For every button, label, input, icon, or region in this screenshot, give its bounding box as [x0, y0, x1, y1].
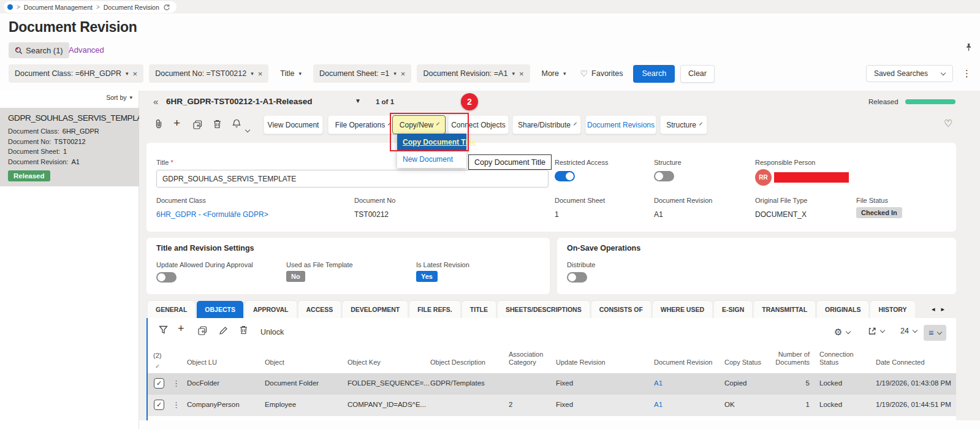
chevron-down-icon[interactable]: ▼ — [355, 97, 361, 104]
search-button[interactable]: Search — [633, 65, 675, 83]
add-icon[interactable]: + — [173, 116, 180, 130]
tab-title[interactable]: TITLE — [462, 301, 496, 318]
unlock-button[interactable]: Unlock — [260, 328, 284, 336]
col-copy-status[interactable]: Copy Status — [724, 359, 761, 366]
structure-toggle[interactable] — [654, 171, 674, 181]
grid-copy-icon[interactable] — [198, 326, 207, 335]
chevron-down-icon[interactable]: ▾ — [298, 70, 302, 77]
document-class-value[interactable]: 6HR_GDPR - <Formuláře GDPR> — [156, 210, 268, 219]
chevron-down-icon[interactable]: ▾ — [251, 70, 254, 77]
col-object[interactable]: Object — [265, 359, 284, 366]
collapse-sidebar-icon[interactable]: « — [153, 96, 158, 107]
filter-chip-title[interactable]: Title ▾ — [274, 64, 308, 83]
view-document-button[interactable]: View Document — [264, 115, 323, 134]
close-icon[interactable]: × — [401, 69, 406, 78]
col-object-key[interactable]: Object Key — [348, 359, 381, 366]
table-row[interactable]: ✓ ⋮ DocFolder Document Folder FOLDER_SEQ… — [148, 373, 956, 395]
col-document-revision[interactable]: Document Revision — [654, 359, 712, 366]
view-mode-selector[interactable]: ≡ — [924, 325, 946, 341]
tab-history[interactable]: HISTORY — [870, 301, 914, 318]
restricted-access-toggle[interactable] — [555, 171, 575, 181]
filter-chip-document-sheet[interactable]: Document Sheet: =1 ▾ × — [313, 64, 411, 83]
update-allowed-toggle[interactable] — [156, 272, 177, 283]
col-update-revision[interactable]: Update Revision — [556, 359, 606, 366]
favorites-button[interactable]: ♡ Favorites — [580, 69, 623, 78]
refresh-icon[interactable] — [163, 4, 170, 11]
tab-general[interactable]: GENERAL — [148, 301, 195, 318]
tab-access[interactable]: ACCESS — [298, 301, 341, 318]
menu-item-copy-document-title[interactable]: Copy Document Title — [397, 134, 466, 151]
tab-approval[interactable]: APPROVAL — [245, 301, 297, 318]
clear-button[interactable]: Clear — [680, 65, 715, 83]
filter-chip-document-no[interactable]: Document No: =TST00212 ▾ × — [149, 64, 268, 83]
col-number-of-documents[interactable]: Number of Documents — [763, 351, 810, 366]
breadcrumb-item-document-management[interactable]: Document Management — [24, 4, 93, 11]
grid-edit-pencil-icon[interactable] — [219, 326, 228, 335]
tab-scroll-arrows[interactable]: ◂▸ — [932, 305, 951, 313]
tab-development[interactable]: DEVELOPMENT — [343, 301, 408, 318]
tab-file-refs[interactable]: FILE REFS. — [409, 301, 460, 318]
grid-delete-icon[interactable] — [240, 325, 248, 335]
filter-chip-document-revision[interactable]: Document Revision: =A1 ▾ × — [417, 64, 530, 83]
avatar[interactable]: RR — [755, 169, 772, 186]
tab-transmittal[interactable]: TRANSMITTAL — [754, 301, 815, 318]
chevron-down-icon[interactable]: ▾ — [126, 70, 129, 77]
tab-originals[interactable]: ORIGINALS — [817, 301, 868, 318]
close-icon[interactable]: × — [258, 69, 263, 78]
col-date-connected[interactable]: Date Connected — [876, 359, 925, 366]
row-checkbox[interactable]: ✓ — [154, 400, 164, 410]
row-checkbox[interactable]: ✓ — [154, 378, 164, 389]
tab-advanced[interactable]: Advanced — [69, 45, 104, 55]
favorite-record-heart-icon[interactable]: ♡ — [944, 118, 952, 129]
title-input[interactable] — [156, 170, 549, 188]
result-field: Document Class:6HR_GDPR — [8, 126, 131, 137]
distribute-toggle[interactable] — [567, 272, 587, 283]
pin-icon[interactable] — [965, 43, 973, 51]
row-menu-kebab-icon[interactable]: ⋮ — [172, 379, 180, 388]
breadcrumb-item-document-revision[interactable]: Document Revision — [104, 4, 159, 11]
col-connection-status[interactable]: Connection Status — [819, 351, 864, 366]
close-icon[interactable]: × — [519, 69, 524, 78]
close-icon[interactable]: × — [133, 69, 138, 78]
share-distribute-button[interactable]: Share/Distribute — [512, 115, 581, 134]
chevron-down-icon[interactable]: ▾ — [512, 70, 515, 77]
copy-new-button[interactable]: Copy/New — [392, 115, 446, 134]
grid-settings-control[interactable]: ⚙ — [834, 327, 850, 338]
grid-export-control[interactable] — [868, 327, 884, 335]
cell-document-revision[interactable]: A1 — [654, 379, 663, 387]
page-size-selector[interactable]: 24 — [900, 327, 917, 335]
filter-chip-document-class[interactable]: Document Class: =6HR_GDPR ▾ × — [9, 64, 143, 83]
menu-item-new-document[interactable]: New Document — [397, 151, 466, 168]
tab-where-used[interactable]: WHERE USED — [653, 301, 712, 318]
sort-by-dropdown[interactable]: Sort by ▾ — [106, 94, 132, 101]
saved-searches-dropdown[interactable]: Saved Searches — [866, 65, 953, 82]
filter-more[interactable]: More ▾ — [536, 64, 572, 83]
notifications-bell-icon[interactable] — [232, 119, 241, 129]
tab-objects[interactable]: OBJECTS — [197, 301, 243, 318]
file-operations-button[interactable]: File Operations — [328, 115, 397, 134]
delete-icon[interactable] — [213, 120, 221, 129]
tab-search[interactable]: Search (1) — [9, 42, 69, 58]
grid-filter-icon[interactable] — [159, 325, 168, 334]
select-all-check-icon[interactable]: ✓ — [155, 363, 160, 370]
col-object-lu[interactable]: Object LU — [187, 359, 217, 366]
more-options-kebab-icon[interactable]: ⋮ — [962, 68, 971, 79]
connect-objects-button[interactable]: Connect Objects — [448, 115, 509, 134]
chevron-down-icon[interactable] — [246, 123, 249, 134]
row-menu-kebab-icon[interactable]: ⋮ — [172, 400, 180, 409]
col-association-category[interactable]: Association Category — [509, 351, 553, 366]
col-object-description[interactable]: Object Description — [430, 359, 485, 366]
chevron-down-icon[interactable]: ▾ — [563, 70, 566, 77]
result-card-selected[interactable]: GDPR_SOUHLAS_SERVIS_TEMPLATE Document Cl… — [0, 108, 139, 186]
attachment-icon[interactable] — [154, 119, 164, 129]
copy-icon[interactable] — [193, 120, 202, 129]
table-row[interactable]: ✓ ⋮ CompanyPerson Employee COMPANY_ID=AD… — [148, 395, 956, 416]
structure-button[interactable]: Structure — [660, 115, 707, 134]
chevron-down-icon[interactable]: ▾ — [393, 70, 397, 77]
tab-consists-of[interactable]: CONSISTS OF — [591, 301, 651, 318]
tab-sheets-descriptions[interactable]: SHEETS/DESCRIPTIONS — [498, 301, 590, 318]
document-revisions-button[interactable]: Document Revisions — [585, 115, 656, 134]
tab-e-sign[interactable]: E-SIGN — [714, 301, 752, 318]
grid-add-icon[interactable]: + — [178, 322, 184, 335]
cell-document-revision[interactable]: A1 — [654, 401, 663, 408]
